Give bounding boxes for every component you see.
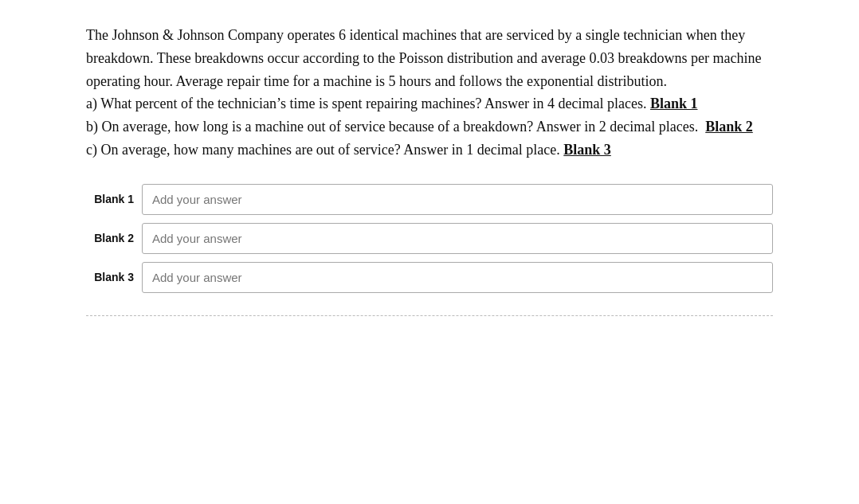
answer-row-2: Blank 2 bbox=[86, 223, 773, 254]
blank-3-ref: Blank 3 bbox=[563, 142, 611, 158]
blank-1-input[interactable] bbox=[142, 184, 773, 215]
part-a-text: a) What percent of the technician’s time… bbox=[86, 96, 650, 111]
blank-1-ref: Blank 1 bbox=[650, 96, 698, 111]
part-c-text: c) On average, how many machines are out… bbox=[86, 142, 563, 158]
paragraph-1: The Johnson & Johnson Company operates 6… bbox=[86, 24, 773, 92]
content-area: The Johnson & Johnson Company operates 6… bbox=[0, 16, 859, 324]
blank-2-input[interactable] bbox=[142, 223, 773, 254]
paragraph-a: a) What percent of the technician’s time… bbox=[86, 92, 773, 115]
question-text: The Johnson & Johnson Company operates 6… bbox=[86, 24, 773, 162]
blank-3-label: Blank 3 bbox=[86, 271, 142, 283]
paragraph-c: c) On average, how many machines are out… bbox=[86, 139, 773, 162]
paragraph-b: b) On average, how long is a machine out… bbox=[86, 115, 773, 139]
blank-2-label: Blank 2 bbox=[86, 232, 142, 244]
answer-section: Blank 1 Blank 2 Blank 3 bbox=[86, 184, 773, 293]
part-b-text: b) On average, how long is a machine out… bbox=[86, 119, 705, 135]
answer-row-3: Blank 3 bbox=[86, 262, 773, 293]
blank-1-label: Blank 1 bbox=[86, 193, 142, 205]
blank-2-ref: Blank 2 bbox=[705, 119, 753, 135]
page-container: The Johnson & Johnson Company operates 6… bbox=[0, 0, 859, 504]
answer-row-1: Blank 1 bbox=[86, 184, 773, 215]
blank-3-input[interactable] bbox=[142, 262, 773, 293]
bottom-divider bbox=[86, 315, 773, 316]
